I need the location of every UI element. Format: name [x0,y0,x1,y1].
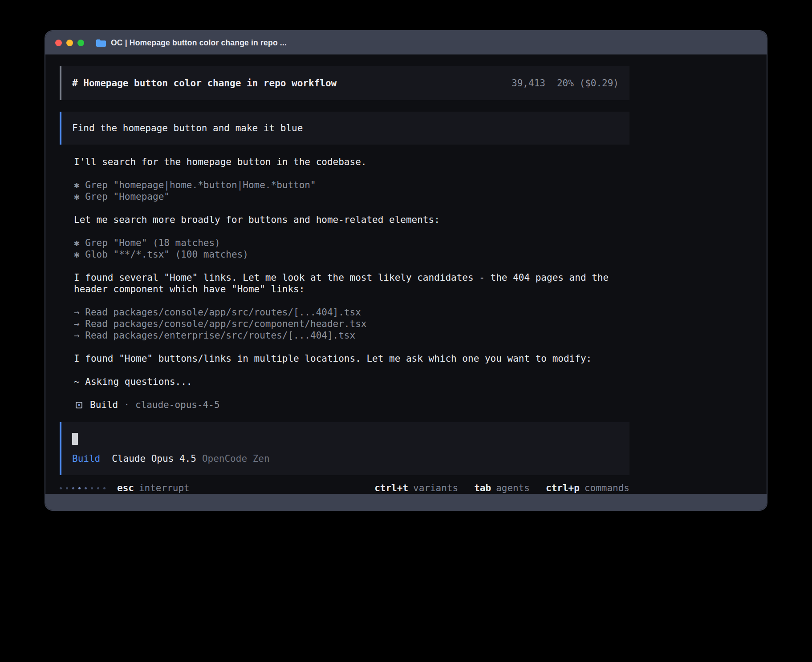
folder-icon [96,39,106,47]
asking-status: ~ Asking questions... [74,376,629,388]
esc-key: esc [117,482,134,494]
esc-label: interrupt [139,482,190,494]
input-mode-line: Build Claude Opus 4.5 OpenCode Zen [72,453,619,464]
hint-agents: tab agents [474,482,530,494]
agent-task: Build · claude-opus-4-5 [74,399,629,411]
hint-variants: ctrl+t variants [374,482,458,494]
tool-call-line: ✱ Glob "**/*.tsx" (100 matches) [74,249,629,260]
zoom-window-button[interactable] [77,40,84,46]
minimize-window-button[interactable] [66,40,73,46]
hint-label: commands [585,482,629,494]
traffic-lights [55,40,84,46]
prompt-input[interactable]: Build Claude Opus 4.5 OpenCode Zen [60,422,629,475]
hint-key: ctrl+t [374,482,408,494]
tool-call-group: → Read packages/console/app/src/routes/[… [74,307,629,341]
spinner-dots-icon [60,487,106,489]
separator-dot: · [124,399,130,411]
terminal-content: # Homepage button color change in repo w… [45,55,767,494]
assistant-text: I found several "Home" links. Let me loo… [74,272,629,295]
hint-label: agents [496,482,530,494]
user-message: Find the homepage button and make it blu… [60,112,629,145]
hint-key: ctrl+p [546,482,580,494]
text-cursor [72,433,78,445]
assistant-transcript: I'll search for the homepage button in t… [74,156,629,411]
agent-mode-label[interactable]: Build [72,453,100,464]
assistant-text: I'll search for the homepage button in t… [74,156,629,168]
terminal-window: OC | Homepage button color change in rep… [45,30,767,511]
session-stats: 39,413 20% ($0.29) [512,77,619,89]
square-dot-icon [76,402,82,408]
session-header: # Homepage button color change in repo w… [60,66,629,100]
tool-call-group: ✱ Grep "Home" (18 matches) ✱ Glob "**/*.… [74,237,629,260]
tool-call-line: → Read packages/console/app/src/componen… [74,318,629,330]
context-usage-cost: 20% ($0.29) [557,77,619,89]
agent-name: Build [90,399,118,411]
agent-model: claude-opus-4-5 [135,399,220,411]
user-message-text: Find the homepage button and make it blu… [72,123,303,133]
model-label[interactable]: Claude Opus 4.5 [112,453,196,464]
token-count: 39,413 [512,77,545,89]
assistant-text: I found "Home" buttons/links in multiple… [74,353,629,364]
status-bar-left: esc interrupt [60,482,190,494]
window-title: OC | Homepage button color change in rep… [111,38,287,48]
provider-label: OpenCode Zen [202,453,270,464]
status-bar-hints: ctrl+t variants tab agents ctrl+p comman… [374,482,629,494]
hint-key: tab [474,482,491,494]
tool-call-line: ✱ Grep "Homepage" [74,191,629,202]
hint-label: variants [413,482,458,494]
tool-call-line: ✱ Grep "homepage|home.*button|Home.*butt… [74,179,629,191]
tool-call-line: → Read packages/enterprise/src/routes/[.… [74,330,629,341]
hint-commands: ctrl+p commands [546,482,629,494]
close-window-button[interactable] [55,40,62,46]
window-bottom-chrome [45,494,767,511]
tool-call-line: → Read packages/console/app/src/routes/[… [74,307,629,318]
assistant-text: Let me search more broadly for buttons a… [74,214,629,226]
tool-call-group: ✱ Grep "homepage|home.*button|Home.*butt… [74,179,629,202]
status-bar: esc interrupt ctrl+t variants tab agents… [60,482,629,494]
session-title: # Homepage button color change in repo w… [72,77,337,89]
window-titlebar[interactable]: OC | Homepage button color change in rep… [45,31,767,55]
tool-call-line: ✱ Grep "Home" (18 matches) [74,237,629,249]
